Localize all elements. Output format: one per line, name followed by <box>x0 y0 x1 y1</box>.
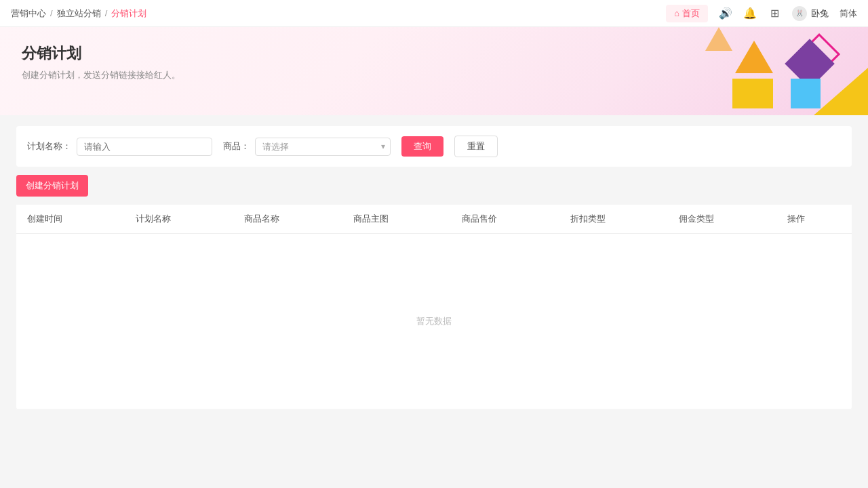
username: 卧兔 <box>811 7 829 20</box>
product-label: 商品： <box>223 140 250 152</box>
query-button[interactable]: 查询 <box>401 136 443 157</box>
reset-button[interactable]: 重置 <box>454 136 498 157</box>
breadcrumb-2[interactable]: 独立站分销 <box>57 7 101 20</box>
apps-icon[interactable]: ⊞ <box>768 7 781 20</box>
col-product-image: 商品主图 <box>342 205 451 234</box>
notification-icon[interactable]: 🔔 <box>743 7 757 20</box>
shape-triangle-orange <box>735 41 773 73</box>
col-product-name: 商品名称 <box>233 205 342 234</box>
col-create-time: 创建时间 <box>16 205 125 234</box>
col-actions: 操作 <box>776 205 852 234</box>
home-icon: ⌂ <box>674 8 679 18</box>
language-switch[interactable]: 简体 <box>840 7 857 20</box>
breadcrumb-3: 分销计划 <box>111 7 146 20</box>
breadcrumb: 营销中心 / 独立站分销 / 分销计划 <box>11 7 146 20</box>
header-row: 创建时间 计划名称 商品名称 商品主图 商品售价 折扣类型 佣金类型 操作 <box>16 205 852 234</box>
audio-icon[interactable]: 🔊 <box>719 7 732 20</box>
plan-name-label: 计划名称： <box>27 140 71 152</box>
product-select-wrap: 请选择 ▾ <box>255 138 391 156</box>
empty-row: 暂无数据 <box>16 234 852 409</box>
sep-1: / <box>50 8 53 18</box>
breadcrumb-1[interactable]: 营销中心 <box>11 7 46 20</box>
shape-rect-yellow <box>732 79 773 108</box>
col-product-price: 商品售价 <box>451 205 559 234</box>
filter-bar: 计划名称： 商品： 请选择 ▾ 查询 重置 <box>16 126 852 167</box>
product-select[interactable]: 请选择 <box>255 138 391 156</box>
top-nav: 营销中心 / 独立站分销 / 分销计划 ⌂ 首页 🔊 🔔 ⊞ 🐰 卧兔 简体 <box>0 0 868 27</box>
avatar: 🐰 <box>792 6 807 21</box>
banner-shapes <box>692 27 868 115</box>
table-body: 暂无数据 <box>16 234 852 409</box>
col-plan-name: 计划名称 <box>125 205 233 234</box>
user-area[interactable]: 🐰 卧兔 <box>792 6 829 21</box>
sep-2: / <box>105 8 108 18</box>
home-button[interactable]: ⌂ 首页 <box>666 5 708 22</box>
nav-right: ⌂ 首页 🔊 🔔 ⊞ 🐰 卧兔 简体 <box>666 5 857 22</box>
col-commission-type: 佣金类型 <box>668 205 776 234</box>
table-wrap: 创建时间 计划名称 商品名称 商品主图 商品售价 折扣类型 佣金类型 操作 暂无… <box>16 205 852 409</box>
create-plan-button[interactable]: 创建分销计划 <box>16 175 88 197</box>
action-bar: 创建分销计划 <box>16 175 852 197</box>
banner: 分销计划 创建分销计划，发送分销链接接给红人。 <box>0 27 868 115</box>
col-discount-type: 折扣类型 <box>559 205 668 234</box>
distribution-table: 创建时间 计划名称 商品名称 商品主图 商品售价 折扣类型 佣金类型 操作 暂无… <box>16 205 852 409</box>
product-filter: 商品： 请选择 ▾ <box>223 138 391 156</box>
shape-triangle-small <box>705 27 732 51</box>
main-content: 计划名称： 商品： 请选择 ▾ 查询 重置 创建分销计划 创建时间 计划名称 <box>0 115 868 488</box>
plan-name-input[interactable] <box>77 138 212 156</box>
empty-text: 暂无数据 <box>16 234 852 409</box>
table-header: 创建时间 计划名称 商品名称 商品主图 商品售价 折扣类型 佣金类型 操作 <box>16 205 852 234</box>
plan-name-filter: 计划名称： <box>27 138 212 156</box>
shape-triangle-bottom <box>814 68 868 115</box>
